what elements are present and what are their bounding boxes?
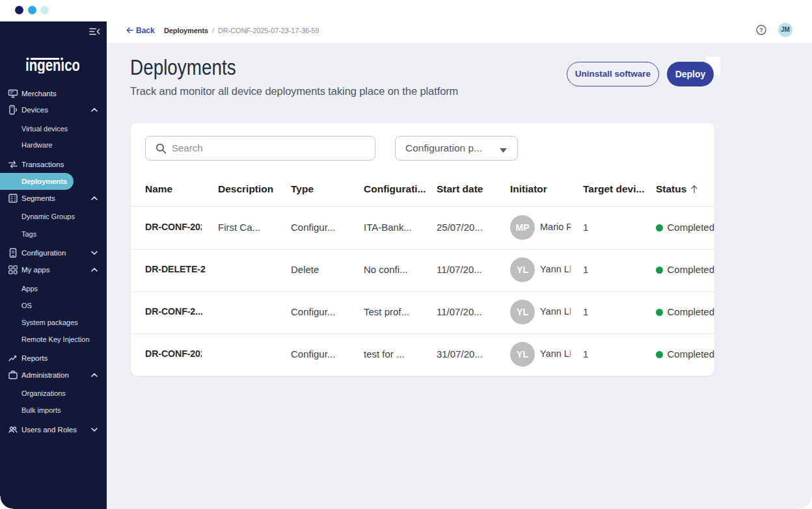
svg-text:?: ? <box>759 26 763 33</box>
